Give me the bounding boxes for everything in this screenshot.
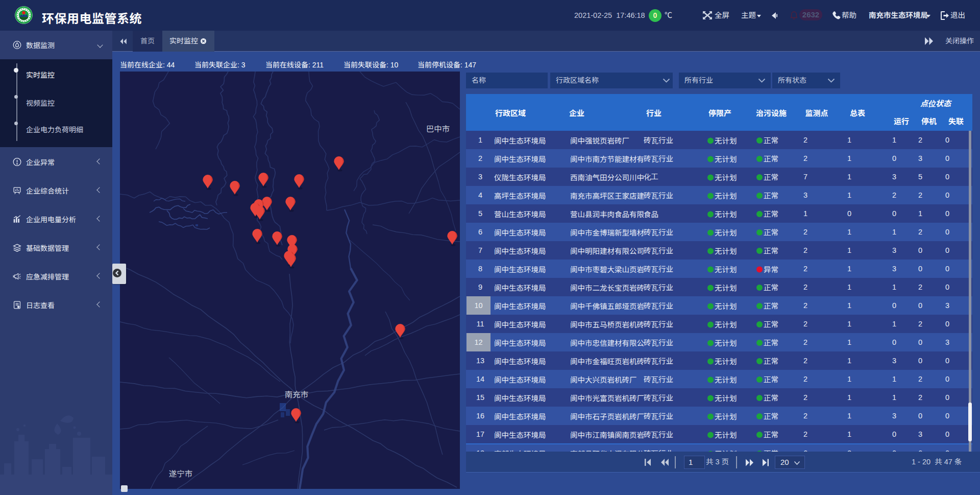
svg-text:南充市: 南充市 xyxy=(285,390,309,399)
svg-text:巴中市: 巴中市 xyxy=(426,125,450,133)
svg-text:遂宁市: 遂宁市 xyxy=(169,469,193,478)
